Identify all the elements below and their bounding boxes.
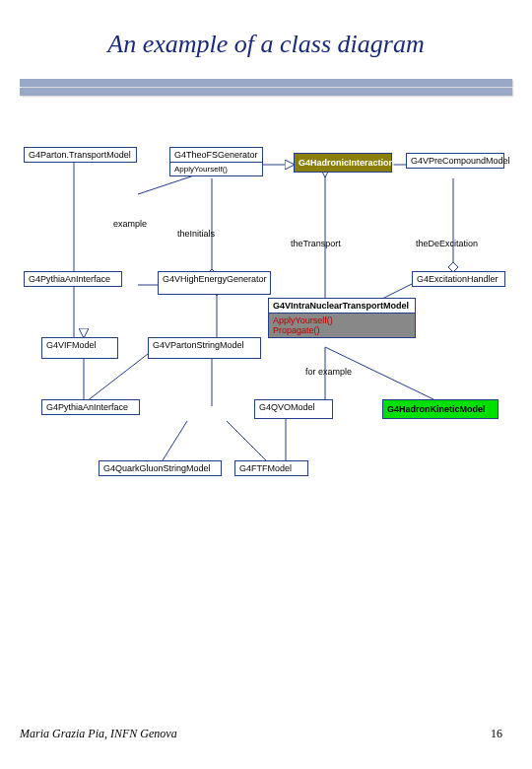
class-ftf-model: G4FTFModel <box>234 460 308 476</box>
class-method: Propagate() <box>273 325 411 335</box>
relation-label: theDeExcitation <box>416 239 478 248</box>
class-method: ApplyYourself() <box>170 162 262 175</box>
svg-line-11 <box>87 354 148 401</box>
class-label: G4HadronKineticModel <box>387 404 486 414</box>
class-method: ApplyYourself() <box>273 315 411 325</box>
svg-line-14 <box>227 421 266 460</box>
relation-label: for example <box>305 367 352 377</box>
class-hadron-kinetic: G4HadronKineticModel <box>382 399 499 419</box>
class-hadronic-interaction: G4HadronicInteraction <box>294 153 392 173</box>
class-vif-model: G4VIFModel <box>41 337 118 359</box>
svg-line-13 <box>163 421 187 460</box>
class-label: G4VHighEnergyGenerator <box>163 274 267 284</box>
class-label: G4FTFModel <box>239 463 292 473</box>
class-theo-fs-generator: G4TheoFSGenerator ApplyYourself() <box>169 147 263 176</box>
class-vintra-nuclear: G4VIntraNuclearTransportModel ApplyYours… <box>268 298 416 338</box>
class-label: G4ExcitationHandler <box>417 274 499 284</box>
class-quark-gluon: G4QuarkGluonStringModel <box>99 460 222 476</box>
footer: Maria Grazia Pia, INFN Genova 16 <box>20 727 502 741</box>
class-label: G4PythiaAnInterface <box>46 402 128 412</box>
class-label: G4PythiaAnInterface <box>29 274 110 284</box>
class-excitation-handler: G4ExcitationHandler <box>412 271 505 287</box>
footer-author: Maria Grazia Pia, INFN Genova <box>20 727 177 741</box>
class-label: G4QuarkGluonStringModel <box>103 463 211 473</box>
class-label: G4VIntraNuclearTransportModel <box>269 299 415 314</box>
relation-label: theInitials <box>177 229 215 239</box>
class-parton-transport: G4Parton.TransportModel <box>24 147 137 163</box>
relation-label: example <box>113 219 147 229</box>
class-qvq-model: G4QVOModel <box>254 399 333 419</box>
page-number: 16 <box>491 727 502 741</box>
class-label: G4VIFModel <box>46 340 97 350</box>
class-vhigh-energy: G4VHighEnergyGenerator <box>158 271 271 295</box>
connector-lines <box>20 125 512 539</box>
class-vparton-string: G4VPartonStringModel <box>148 337 261 359</box>
slide-title: An example of a class diagram <box>20 30 512 59</box>
class-label: G4TheoFSGenerator <box>174 150 258 160</box>
class-label: G4Parton.TransportModel <box>29 150 131 160</box>
class-diagram: G4Parton.TransportModel G4TheoFSGenerato… <box>20 125 512 539</box>
class-pythia-a: G4PythiaAnInterface <box>24 271 122 287</box>
class-vpre-compound: G4VPreCompoundModel <box>406 153 504 169</box>
class-pythia-n: G4PythiaAnInterface <box>41 399 140 415</box>
class-label: G4QVOModel <box>259 402 315 412</box>
class-label: G4VPartonStringModel <box>153 340 244 350</box>
slide: An example of a class diagram <box>0 0 532 769</box>
svg-line-1 <box>138 175 197 194</box>
class-label: G4VPreCompoundModel <box>411 156 510 166</box>
title-divider <box>20 79 512 96</box>
relation-label: theTransport <box>291 239 341 248</box>
class-label: G4HadronicInteraction <box>299 158 394 168</box>
